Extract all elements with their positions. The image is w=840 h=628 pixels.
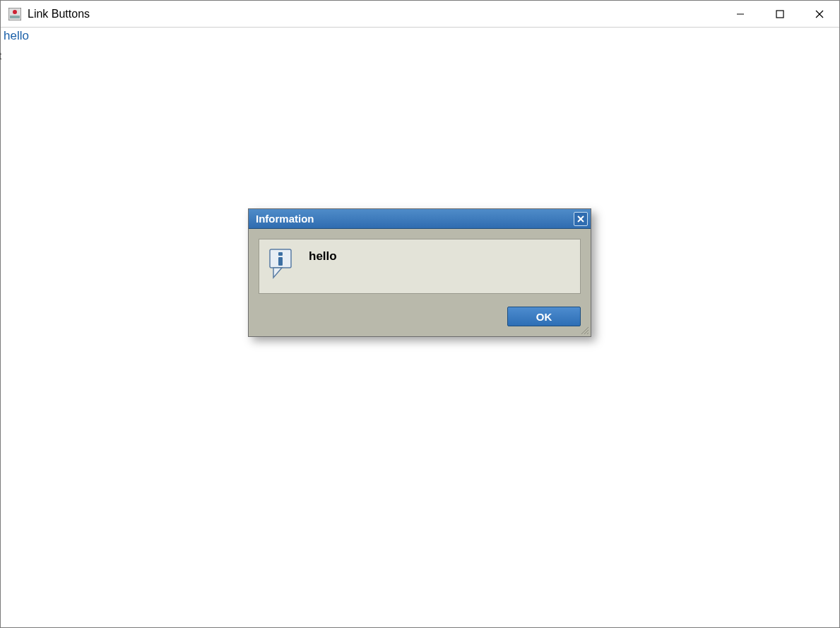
svg-line-15 [587,333,588,334]
dialog-title: Information [256,213,574,225]
info-icon [268,248,296,283]
svg-line-5 [816,11,823,18]
close-icon [576,215,585,223]
titlebar[interactable]: Link Buttons [1,1,839,28]
dialog-body: hello [249,229,591,301]
svg-rect-2 [10,16,20,18]
app-icon [8,7,22,21]
hello-link[interactable]: hello [4,29,29,43]
svg-rect-11 [278,252,283,256]
svg-point-1 [13,10,17,14]
maximize-button[interactable] [760,1,800,28]
main-window: Link Buttons hello t Information [0,0,840,628]
edge-text-fragment: t [0,50,1,61]
message-panel: hello [259,239,581,294]
dialog-titlebar[interactable]: Information [249,209,591,229]
window-title: Link Buttons [28,8,90,20]
dialog-close-button[interactable] [574,212,588,226]
svg-line-6 [816,11,823,18]
client-area: hello t Information [1,28,839,627]
svg-rect-12 [278,257,283,266]
dialog-button-row: OK [249,301,591,336]
svg-rect-4 [776,11,783,18]
resize-grip[interactable] [579,325,589,335]
ok-button[interactable]: OK [507,307,581,326]
svg-marker-10 [273,268,282,278]
minimize-button[interactable] [721,1,760,28]
dialog-message: hello [309,247,337,263]
close-button[interactable] [800,1,839,28]
information-dialog: Information [248,208,591,337]
